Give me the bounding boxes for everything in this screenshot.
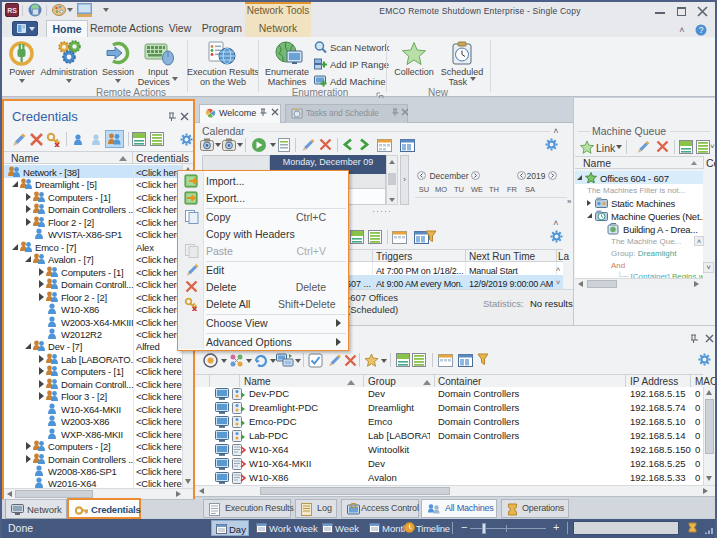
svg-text:?: ? <box>699 25 704 35</box>
